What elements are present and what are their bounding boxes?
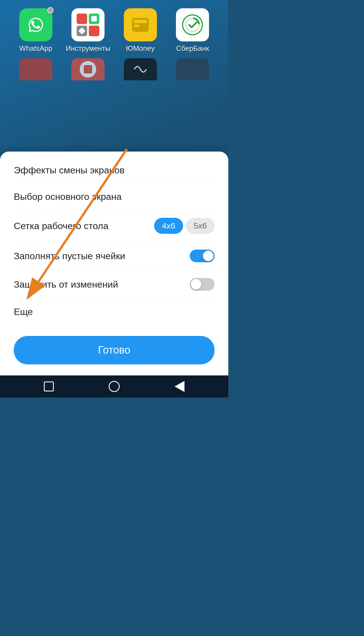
grid-5x6-button[interactable]: 5x6: [186, 218, 215, 234]
protect-toggle-knob: [191, 279, 201, 290]
app-sberbank-label: СберБанк: [176, 44, 209, 53]
main-screen-label: Выбор основного экрана: [14, 191, 122, 202]
ready-button-wrap: Готово: [0, 330, 228, 367]
back-button[interactable]: [175, 381, 184, 392]
app-ymoney-label: ЮMoney: [126, 44, 155, 53]
app-tools-label: Инструменты: [66, 44, 110, 53]
app-row-2: [0, 53, 228, 80]
ready-button[interactable]: Готово: [14, 336, 215, 364]
home-icon: [109, 381, 120, 392]
grid-label: Сетка рабочего стола: [14, 221, 108, 231]
nav-bar: [0, 375, 228, 398]
app-whatsapp-label: WhatsApp: [19, 44, 52, 53]
sheet-content: Эффекты смены экранов Выбор основного эк…: [0, 152, 228, 330]
fill-cells-toggle[interactable]: [190, 250, 215, 262]
more-label: Еще: [14, 306, 33, 317]
grid-item: Сетка рабочего стола 4x6 5x6: [14, 210, 215, 242]
recent-apps-icon: [44, 381, 54, 391]
protect-toggle[interactable]: [190, 278, 215, 291]
protect-label: Защитить от изменений: [14, 279, 118, 290]
main-screen-item[interactable]: Выбор основного экрана: [14, 184, 215, 210]
protect-item: Защитить от изменений: [14, 270, 215, 299]
app-sberbank[interactable]: СберБанк: [170, 8, 215, 53]
screen-effects-item[interactable]: Эффекты смены экранов: [14, 157, 215, 184]
home-button[interactable]: [109, 381, 120, 392]
app-tools[interactable]: Инструменты: [66, 8, 110, 53]
app-whatsapp[interactable]: WhatsApp: [14, 8, 58, 53]
back-icon: [175, 381, 184, 392]
svg-rect-2: [134, 20, 147, 23]
fill-cells-label: Заполнять пустые ячейки: [14, 251, 125, 261]
bottom-sheet: Эффекты смены экранов Выбор основного эк…: [0, 152, 228, 375]
svg-rect-3: [134, 25, 140, 27]
app-row-1: WhatsApp Инструменты: [0, 0, 228, 53]
grid-4x6-button[interactable]: 4x6: [154, 218, 183, 234]
notification-dot: [47, 7, 53, 13]
app-ymoney[interactable]: ЮMoney: [118, 8, 162, 53]
more-item[interactable]: Еще: [14, 299, 215, 325]
fill-cells-item: Заполнять пустые ячейки: [14, 242, 215, 270]
grid-options: 4x6 5x6: [154, 218, 215, 234]
recent-apps-button[interactable]: [44, 381, 54, 391]
screen-effects-label: Эффекты смены экранов: [14, 165, 125, 176]
fill-cells-toggle-knob: [203, 251, 213, 261]
